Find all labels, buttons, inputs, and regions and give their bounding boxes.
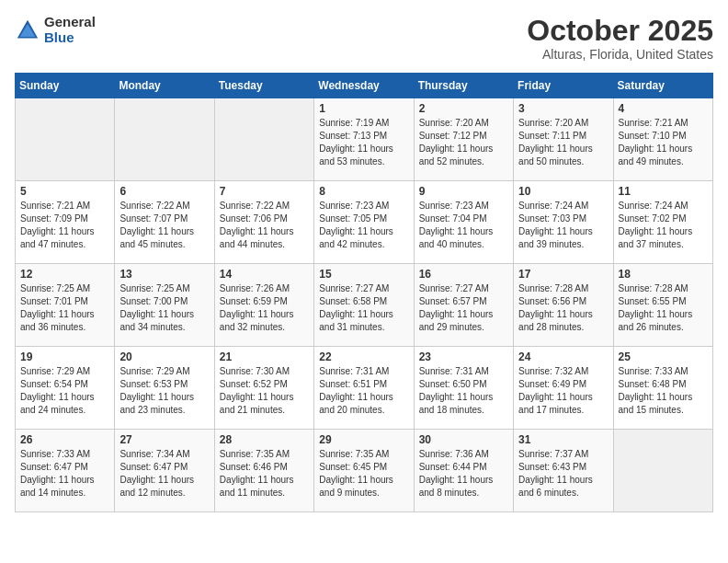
day-number: 22 xyxy=(319,350,408,363)
location: Alturas, Florida, United States xyxy=(527,47,713,62)
logo-general-text: General xyxy=(44,15,96,30)
day-number: 3 xyxy=(518,102,608,115)
calendar-cell: 8Sunrise: 7:23 AM Sunset: 7:05 PM Daylig… xyxy=(314,181,414,264)
calendar-cell: 27Sunrise: 7:34 AM Sunset: 6:47 PM Dayli… xyxy=(115,430,214,512)
day-number: 6 xyxy=(119,185,209,198)
day-info: Sunrise: 7:26 AM Sunset: 6:59 PM Dayligh… xyxy=(220,282,309,334)
day-info: Sunrise: 7:30 AM Sunset: 6:52 PM Dayligh… xyxy=(220,365,309,417)
day-number: 14 xyxy=(220,268,309,281)
day-number: 16 xyxy=(419,268,508,281)
calendar-cell: 26Sunrise: 7:33 AM Sunset: 6:47 PM Dayli… xyxy=(16,430,115,512)
day-number: 5 xyxy=(20,185,109,198)
day-number: 21 xyxy=(220,350,309,363)
week-row-5: 26Sunrise: 7:33 AM Sunset: 6:47 PM Dayli… xyxy=(16,430,713,512)
calendar-cell: 16Sunrise: 7:27 AM Sunset: 6:57 PM Dayli… xyxy=(414,264,513,347)
calendar-cell: 1Sunrise: 7:19 AM Sunset: 7:13 PM Daylig… xyxy=(314,98,414,181)
day-info: Sunrise: 7:27 AM Sunset: 6:57 PM Dayligh… xyxy=(419,282,508,334)
week-row-2: 5Sunrise: 7:21 AM Sunset: 7:09 PM Daylig… xyxy=(16,181,713,264)
day-info: Sunrise: 7:35 AM Sunset: 6:46 PM Dayligh… xyxy=(220,448,309,500)
day-info: Sunrise: 7:34 AM Sunset: 6:47 PM Dayligh… xyxy=(119,448,209,500)
header-tuesday: Tuesday xyxy=(214,74,313,98)
calendar-cell: 18Sunrise: 7:28 AM Sunset: 6:55 PM Dayli… xyxy=(613,264,712,347)
day-number: 24 xyxy=(518,350,608,363)
header-monday: Monday xyxy=(115,74,214,98)
day-number: 2 xyxy=(419,102,508,115)
day-number: 30 xyxy=(419,433,508,446)
week-row-4: 19Sunrise: 7:29 AM Sunset: 6:54 PM Dayli… xyxy=(16,347,713,430)
calendar-cell: 11Sunrise: 7:24 AM Sunset: 7:02 PM Dayli… xyxy=(613,181,712,264)
calendar-cell: 20Sunrise: 7:29 AM Sunset: 6:53 PM Dayli… xyxy=(115,347,214,430)
day-number: 4 xyxy=(619,102,708,115)
day-number: 23 xyxy=(419,350,508,363)
calendar-cell: 22Sunrise: 7:31 AM Sunset: 6:51 PM Dayli… xyxy=(314,347,414,430)
day-number: 26 xyxy=(20,433,109,446)
calendar-cell: 14Sunrise: 7:26 AM Sunset: 6:59 PM Dayli… xyxy=(214,264,313,347)
day-number: 15 xyxy=(319,268,408,281)
day-info: Sunrise: 7:24 AM Sunset: 7:03 PM Dayligh… xyxy=(518,200,608,251)
day-number: 10 xyxy=(518,185,608,198)
day-info: Sunrise: 7:33 AM Sunset: 6:47 PM Dayligh… xyxy=(20,448,109,500)
calendar-cell: 5Sunrise: 7:21 AM Sunset: 7:09 PM Daylig… xyxy=(16,181,115,264)
calendar-cell: 17Sunrise: 7:28 AM Sunset: 6:56 PM Dayli… xyxy=(514,264,613,347)
header-thursday: Thursday xyxy=(414,74,513,98)
calendar-cell: 19Sunrise: 7:29 AM Sunset: 6:54 PM Dayli… xyxy=(16,347,115,430)
day-info: Sunrise: 7:35 AM Sunset: 6:45 PM Dayligh… xyxy=(319,448,408,500)
day-info: Sunrise: 7:36 AM Sunset: 6:44 PM Dayligh… xyxy=(419,448,508,500)
day-info: Sunrise: 7:23 AM Sunset: 7:04 PM Dayligh… xyxy=(419,200,508,251)
day-info: Sunrise: 7:20 AM Sunset: 7:12 PM Dayligh… xyxy=(419,117,508,168)
calendar-cell xyxy=(613,430,712,512)
day-info: Sunrise: 7:31 AM Sunset: 6:51 PM Dayligh… xyxy=(319,365,408,417)
day-info: Sunrise: 7:28 AM Sunset: 6:55 PM Dayligh… xyxy=(619,282,708,334)
header-sunday: Sunday xyxy=(16,74,115,98)
calendar-cell: 29Sunrise: 7:35 AM Sunset: 6:45 PM Dayli… xyxy=(314,430,414,512)
calendar-cell: 25Sunrise: 7:33 AM Sunset: 6:48 PM Dayli… xyxy=(613,347,712,430)
day-info: Sunrise: 7:28 AM Sunset: 6:56 PM Dayligh… xyxy=(518,282,608,334)
header-saturday: Saturday xyxy=(613,74,712,98)
day-info: Sunrise: 7:25 AM Sunset: 7:00 PM Dayligh… xyxy=(119,282,209,334)
page-header: General Blue October 2025 Alturas, Flori… xyxy=(15,15,713,62)
calendar-cell: 24Sunrise: 7:32 AM Sunset: 6:49 PM Dayli… xyxy=(514,347,613,430)
day-number: 1 xyxy=(319,102,408,115)
day-info: Sunrise: 7:20 AM Sunset: 7:11 PM Dayligh… xyxy=(518,117,608,168)
calendar-cell: 3Sunrise: 7:20 AM Sunset: 7:11 PM Daylig… xyxy=(514,98,613,181)
calendar-cell xyxy=(115,98,214,181)
day-info: Sunrise: 7:29 AM Sunset: 6:54 PM Dayligh… xyxy=(20,365,109,417)
day-number: 19 xyxy=(20,350,109,363)
day-info: Sunrise: 7:33 AM Sunset: 6:48 PM Dayligh… xyxy=(619,365,708,417)
day-info: Sunrise: 7:21 AM Sunset: 7:09 PM Dayligh… xyxy=(20,200,109,251)
day-info: Sunrise: 7:29 AM Sunset: 6:53 PM Dayligh… xyxy=(119,365,209,417)
day-number: 13 xyxy=(119,268,209,281)
day-number: 9 xyxy=(419,185,508,198)
calendar-cell: 23Sunrise: 7:31 AM Sunset: 6:50 PM Dayli… xyxy=(414,347,513,430)
day-info: Sunrise: 7:22 AM Sunset: 7:06 PM Dayligh… xyxy=(220,200,309,251)
calendar-cell: 31Sunrise: 7:37 AM Sunset: 6:43 PM Dayli… xyxy=(514,430,613,512)
calendar-cell: 2Sunrise: 7:20 AM Sunset: 7:12 PM Daylig… xyxy=(414,98,513,181)
calendar-cell xyxy=(16,98,115,181)
calendar-cell: 13Sunrise: 7:25 AM Sunset: 7:00 PM Dayli… xyxy=(115,264,214,347)
day-info: Sunrise: 7:32 AM Sunset: 6:49 PM Dayligh… xyxy=(518,365,608,417)
day-info: Sunrise: 7:23 AM Sunset: 7:05 PM Dayligh… xyxy=(319,200,408,251)
day-info: Sunrise: 7:31 AM Sunset: 6:50 PM Dayligh… xyxy=(419,365,508,417)
day-number: 27 xyxy=(119,433,209,446)
calendar-cell: 28Sunrise: 7:35 AM Sunset: 6:46 PM Dayli… xyxy=(214,430,313,512)
day-number: 11 xyxy=(619,185,708,198)
calendar-body: 1Sunrise: 7:19 AM Sunset: 7:13 PM Daylig… xyxy=(16,98,713,512)
day-number: 28 xyxy=(220,433,309,446)
day-info: Sunrise: 7:37 AM Sunset: 6:43 PM Dayligh… xyxy=(518,448,608,500)
header-row: SundayMondayTuesdayWednesdayThursdayFrid… xyxy=(16,74,713,98)
day-number: 29 xyxy=(319,433,408,446)
day-number: 8 xyxy=(319,185,408,198)
calendar-cell: 21Sunrise: 7:30 AM Sunset: 6:52 PM Dayli… xyxy=(214,347,313,430)
calendar-cell xyxy=(214,98,313,181)
day-number: 17 xyxy=(518,268,608,281)
header-wednesday: Wednesday xyxy=(314,74,414,98)
calendar-cell: 4Sunrise: 7:21 AM Sunset: 7:10 PM Daylig… xyxy=(613,98,712,181)
calendar-cell: 9Sunrise: 7:23 AM Sunset: 7:04 PM Daylig… xyxy=(414,181,513,264)
calendar-header: SundayMondayTuesdayWednesdayThursdayFrid… xyxy=(16,74,713,98)
logo-text: General Blue xyxy=(44,15,96,45)
day-info: Sunrise: 7:21 AM Sunset: 7:10 PM Dayligh… xyxy=(619,117,708,168)
calendar-cell: 30Sunrise: 7:36 AM Sunset: 6:44 PM Dayli… xyxy=(414,430,513,512)
week-row-1: 1Sunrise: 7:19 AM Sunset: 7:13 PM Daylig… xyxy=(16,98,713,181)
title-block: October 2025 Alturas, Florida, United St… xyxy=(527,15,713,62)
logo-icon xyxy=(15,17,40,43)
